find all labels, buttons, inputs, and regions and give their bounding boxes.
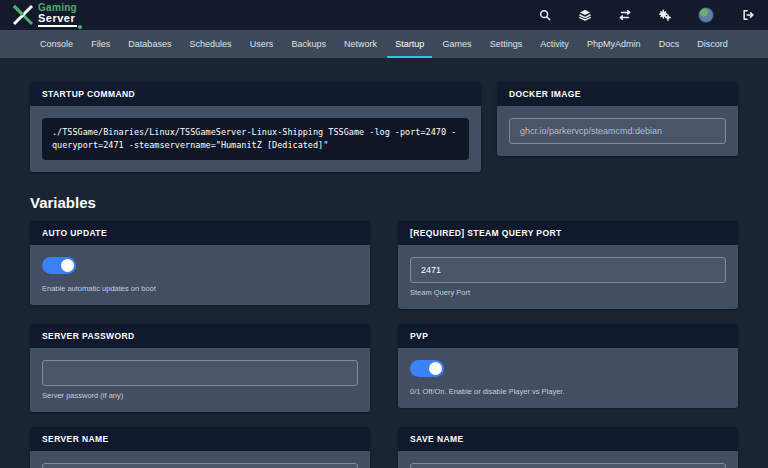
tab-activity[interactable]: Activity [536, 30, 573, 58]
variable-card-server-name: SERVER NAME Name of the server [30, 427, 370, 468]
variable-description: Server password (if any) [42, 391, 358, 400]
variable-title: PVP [398, 324, 738, 348]
brand-line2: Server [38, 13, 77, 27]
variable-title: SERVER PASSWORD [30, 324, 370, 348]
tab-docs[interactable]: Docs [655, 30, 684, 58]
variable-title: [REQUIRED] STEAM QUERY PORT [398, 221, 738, 245]
tab-network[interactable]: Network [340, 30, 381, 58]
server-name-input[interactable] [42, 463, 358, 468]
user-avatar[interactable] [698, 7, 714, 23]
gears-icon[interactable] [658, 9, 671, 22]
transfer-arrows-icon[interactable] [618, 9, 631, 22]
variable-title: SERVER NAME [30, 427, 370, 451]
tab-phpmyadmin[interactable]: PhpMyAdmin [583, 30, 645, 58]
variable-description: Steam Query Port [410, 288, 726, 297]
auto-update-toggle[interactable] [42, 257, 76, 274]
tab-discord[interactable]: Discord [693, 30, 732, 58]
pvp-toggle[interactable] [410, 360, 444, 377]
startup-row: STARTUP COMMAND ./TSSGame/Binaries/Linux… [30, 82, 738, 172]
startup-page: STARTUP COMMAND ./TSSGame/Binaries/Linux… [0, 58, 768, 468]
variable-title: AUTO UPDATE [30, 221, 370, 245]
variables-grid: AUTO UPDATE Enable automatic updates on … [30, 221, 738, 468]
tab-users[interactable]: Users [246, 30, 278, 58]
variable-description: Enable automatic updates on boot [42, 284, 358, 293]
tab-settings[interactable]: Settings [486, 30, 527, 58]
tab-files[interactable]: Files [87, 30, 114, 58]
save-name-input[interactable] [410, 463, 726, 468]
variable-description: 0/1 Off/On. Enable or disable Player vs … [410, 387, 726, 396]
logout-icon[interactable] [741, 9, 754, 22]
search-icon[interactable] [538, 9, 551, 22]
variables-heading: Variables [30, 194, 738, 211]
topbar-icons [538, 7, 754, 23]
server-password-input[interactable] [42, 360, 358, 386]
docker-image-card: DOCKER IMAGE [497, 82, 738, 156]
tab-console[interactable]: Console [36, 30, 77, 58]
startup-command-value: ./TSSGame/Binaries/Linux/TSSGameServer-L… [42, 118, 469, 160]
startup-command-card: STARTUP COMMAND ./TSSGame/Binaries/Linux… [30, 82, 481, 172]
variable-card-server-password: SERVER PASSWORD Server password (if any) [30, 324, 370, 412]
docker-image-title: DOCKER IMAGE [497, 82, 738, 106]
docker-image-input[interactable] [509, 118, 726, 144]
variable-card-save-name: SAVE NAME Name of the save file (Default… [398, 427, 738, 468]
tab-schedules[interactable]: Schedules [186, 30, 236, 58]
toggle-knob [429, 362, 442, 375]
brand-x-icon [10, 3, 36, 27]
tab-startup[interactable]: Startup [391, 30, 428, 58]
toggle-knob [61, 259, 74, 272]
tab-databases[interactable]: Databases [124, 30, 175, 58]
variable-card-pvp: PVP 0/1 Off/On. Enable or disable Player… [398, 324, 738, 408]
brand-logo[interactable]: Gaming Server [10, 3, 77, 27]
steam-query-port-input[interactable] [410, 257, 726, 283]
variable-card-auto-update: AUTO UPDATE Enable automatic updates on … [30, 221, 370, 305]
variable-title: SAVE NAME [398, 427, 738, 451]
layers-icon[interactable] [578, 9, 591, 22]
variable-card-steam-query-port: [REQUIRED] STEAM QUERY PORT Steam Query … [398, 221, 738, 309]
tab-games[interactable]: Games [438, 30, 475, 58]
top-bar: Gaming Server [0, 0, 768, 30]
startup-command-title: STARTUP COMMAND [30, 82, 481, 106]
brand-text: Gaming Server [38, 3, 77, 27]
tab-backups[interactable]: Backups [287, 30, 330, 58]
server-nav: Console Files Databases Schedules Users … [0, 30, 768, 58]
